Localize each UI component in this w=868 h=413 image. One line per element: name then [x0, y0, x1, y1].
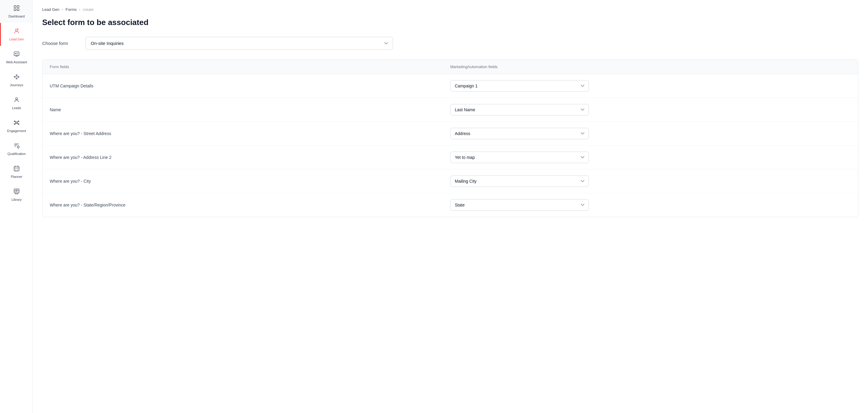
svg-point-8 — [16, 75, 17, 76]
breadcrumb-forms[interactable]: Forms — [65, 7, 76, 12]
sidebar-item-journeys-label: Journeys — [10, 83, 24, 87]
svg-point-15 — [18, 121, 19, 122]
web-assistant-icon — [13, 51, 20, 59]
leads-icon — [13, 96, 20, 105]
form-select-wrapper: On-site Inquiries — [86, 37, 393, 50]
sidebar-item-qualification-label: Qualification — [7, 152, 26, 155]
svg-point-7 — [14, 76, 16, 78]
svg-point-16 — [14, 124, 16, 125]
svg-point-11 — [16, 98, 18, 99]
svg-point-17 — [18, 124, 19, 125]
svg-rect-1 — [17, 6, 19, 7]
fields-header-col2: MarketingAutomation fields — [450, 64, 851, 69]
field-mapping-0: Campaign 1 — [450, 80, 851, 92]
breadcrumb-create: create — [83, 7, 94, 12]
sidebar-item-engagement[interactable]: Engagement — [0, 115, 32, 138]
mapping-select-2[interactable]: Address — [450, 128, 589, 139]
field-mapping-4: Mailing City — [450, 175, 851, 187]
svg-point-10 — [16, 78, 17, 79]
page-title: Select form to be associated — [42, 18, 858, 27]
sidebar-item-dashboard[interactable]: Dashboard — [0, 0, 32, 23]
journeys-icon — [13, 73, 20, 82]
field-mapping-2: Address — [450, 128, 851, 139]
sidebar-item-web-assistant[interactable]: Web Assistant — [0, 46, 32, 69]
mapping-select-4[interactable]: Mailing City — [450, 175, 589, 187]
sidebar-item-library[interactable]: Library — [0, 183, 32, 206]
sidebar-item-web-assistant-label: Web Assistant — [6, 60, 27, 64]
svg-rect-12 — [14, 97, 16, 99]
fields-table-header: Form fields MarketingAutomation fields — [42, 60, 858, 74]
sidebar: Dashboard Lead Gen Web Assistant — [0, 0, 33, 413]
field-mapping-5: State — [450, 199, 851, 211]
breadcrumb-sep-2: › — [79, 7, 80, 12]
breadcrumb: Lead Gen › Forms › create — [42, 7, 858, 12]
svg-rect-2 — [14, 9, 16, 10]
field-mapping-3: Yet to map — [450, 152, 851, 163]
field-label-1: Name — [50, 107, 450, 112]
library-icon — [13, 188, 20, 197]
mapping-select-3[interactable]: Yet to map — [450, 152, 589, 163]
field-label-4: Where are you? - City — [50, 179, 450, 184]
sidebar-item-journeys[interactable]: Journeys — [0, 69, 32, 92]
engagement-icon — [13, 119, 20, 128]
field-label-5: Where are you? - State/Region/Province — [50, 203, 450, 207]
sidebar-item-lead-gen-label: Lead Gen — [9, 37, 24, 41]
sidebar-item-planner-label: Planner — [11, 175, 22, 178]
svg-marker-18 — [17, 146, 19, 148]
sidebar-item-qualification[interactable]: Qualification — [0, 138, 32, 160]
choose-form-row: Choose form On-site Inquiries — [42, 37, 858, 50]
qualification-icon — [13, 142, 20, 151]
field-mapping-1: Last Name — [450, 104, 851, 115]
sidebar-item-planner[interactable]: Planner — [0, 160, 32, 183]
fields-header-col1: Form fields — [50, 64, 450, 69]
svg-point-14 — [14, 121, 16, 122]
sidebar-item-engagement-label: Engagement — [7, 129, 26, 132]
table-row: Where are you? - Street Address Address — [42, 122, 858, 146]
choose-form-label: Choose form — [42, 41, 79, 46]
lead-gen-icon — [13, 28, 20, 36]
svg-point-4 — [16, 29, 18, 31]
table-row: Where are you? - Address Line 2 Yet to m… — [42, 146, 858, 170]
sidebar-item-leads-label: Leads — [12, 106, 21, 110]
table-row: Where are you? - State/Region/Province S… — [42, 193, 858, 217]
svg-rect-3 — [17, 9, 19, 10]
sidebar-item-dashboard-label: Dashboard — [8, 14, 25, 18]
table-row: UTM Campaign Details Campaign 1 — [42, 74, 858, 98]
svg-point-6 — [16, 53, 16, 54]
sidebar-item-library-label: Library — [11, 198, 22, 201]
table-row: Where are you? - City Mailing City — [42, 170, 858, 193]
svg-rect-0 — [14, 6, 16, 7]
sidebar-item-leads[interactable]: Leads — [0, 92, 32, 115]
mapping-select-1[interactable]: Last Name — [450, 104, 589, 115]
breadcrumb-sep-1: › — [62, 7, 63, 12]
svg-rect-19 — [14, 167, 19, 171]
sidebar-item-lead-gen[interactable]: Lead Gen — [0, 23, 32, 46]
breadcrumb-lead-gen[interactable]: Lead Gen — [42, 7, 59, 12]
main-content: Lead Gen › Forms › create Select form to… — [33, 0, 868, 413]
fields-table: Form fields MarketingAutomation fields U… — [42, 59, 858, 217]
mapping-select-5[interactable]: State — [450, 199, 589, 211]
mapping-select-0[interactable]: Campaign 1 — [450, 80, 589, 92]
field-label-3: Where are you? - Address Line 2 — [50, 155, 450, 160]
field-label-0: UTM Campaign Details — [50, 84, 450, 88]
dashboard-icon — [13, 5, 20, 13]
field-label-2: Where are you? - Street Address — [50, 131, 450, 136]
svg-rect-5 — [14, 52, 19, 56]
form-select[interactable]: On-site Inquiries — [86, 37, 393, 50]
table-row: Name Last Name — [42, 98, 858, 122]
planner-icon — [13, 165, 20, 174]
svg-point-9 — [18, 76, 19, 78]
